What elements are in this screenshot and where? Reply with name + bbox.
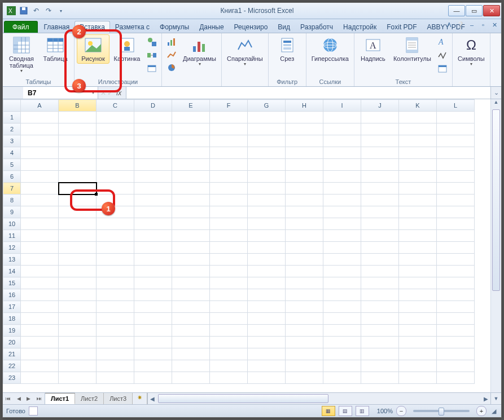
cell[interactable]: [59, 289, 97, 301]
screenshot-button[interactable]: [146, 63, 158, 75]
cell[interactable]: [286, 266, 323, 277]
row-header[interactable]: 3: [3, 135, 21, 147]
cell[interactable]: [248, 159, 286, 171]
cell[interactable]: [437, 277, 475, 289]
cell[interactable]: [59, 171, 97, 183]
new-sheet-button[interactable]: ✷: [133, 393, 147, 404]
cell[interactable]: [399, 360, 437, 372]
cell[interactable]: [59, 337, 97, 348]
cell[interactable]: [361, 112, 399, 123]
file-tab[interactable]: Файл: [4, 21, 38, 33]
scroll-right-icon[interactable]: ▶: [481, 396, 490, 402]
zoom-in-button[interactable]: +: [476, 406, 487, 416]
column-header[interactable]: B: [59, 100, 97, 112]
cell[interactable]: [172, 159, 210, 171]
cell[interactable]: [361, 254, 399, 266]
cell[interactable]: [172, 242, 210, 254]
row-header[interactable]: 16: [3, 289, 21, 301]
cell[interactable]: [97, 289, 134, 301]
cell[interactable]: [59, 277, 97, 289]
cell[interactable]: [210, 289, 248, 301]
cell[interactable]: [172, 194, 210, 206]
cell[interactable]: [286, 135, 323, 147]
cell[interactable]: [248, 360, 286, 372]
cell[interactable]: [437, 372, 475, 384]
cell[interactable]: [134, 254, 172, 266]
charts-button[interactable]: Диаграммы ▾: [180, 34, 219, 68]
cell[interactable]: [134, 348, 172, 360]
cell[interactable]: [134, 230, 172, 242]
cell[interactable]: [210, 147, 248, 159]
page-layout-view-button[interactable]: ▤: [339, 406, 352, 416]
cell[interactable]: [210, 277, 248, 289]
cell[interactable]: [399, 171, 437, 183]
cell[interactable]: [323, 277, 361, 289]
cell[interactable]: [21, 230, 59, 242]
row-header[interactable]: 21: [3, 348, 21, 360]
cell[interactable]: [134, 206, 172, 218]
row-header[interactable]: 18: [3, 313, 21, 325]
object-button[interactable]: [436, 63, 449, 75]
prev-sheet-icon[interactable]: ◀: [17, 396, 21, 401]
shapes-button[interactable]: [146, 36, 158, 48]
cell[interactable]: [97, 337, 134, 348]
cell[interactable]: [437, 218, 475, 230]
cell[interactable]: [286, 171, 323, 183]
cell[interactable]: [323, 159, 361, 171]
cell[interactable]: [361, 183, 399, 194]
cell[interactable]: [323, 254, 361, 266]
cell[interactable]: [437, 183, 475, 194]
cell[interactable]: [323, 230, 361, 242]
cell[interactable]: [59, 159, 97, 171]
cell[interactable]: [323, 348, 361, 360]
cell[interactable]: [21, 183, 59, 194]
cell[interactable]: [59, 112, 97, 123]
sparklines-button[interactable]: Спарклайны ▾: [224, 34, 266, 68]
row-header[interactable]: 20: [3, 337, 21, 348]
cell[interactable]: [437, 313, 475, 325]
cell[interactable]: [210, 123, 248, 135]
qat-redo-icon[interactable]: ↷: [43, 6, 54, 16]
cell[interactable]: [21, 242, 59, 254]
cell[interactable]: [399, 348, 437, 360]
cell[interactable]: [437, 147, 475, 159]
cell[interactable]: [172, 183, 210, 194]
cell[interactable]: [399, 218, 437, 230]
formula-input[interactable]: [126, 87, 490, 99]
cell[interactable]: [21, 194, 59, 206]
expand-formula-bar[interactable]: ⌄: [490, 87, 501, 99]
symbols-button[interactable]: Ω Символы ▾: [455, 34, 488, 68]
cell[interactable]: [399, 325, 437, 337]
close-button[interactable]: ✕: [483, 5, 500, 16]
cell[interactable]: [248, 254, 286, 266]
zoom-slider[interactable]: [413, 410, 470, 412]
row-header[interactable]: 10: [3, 218, 21, 230]
cancel-icon[interactable]: ✕: [100, 89, 106, 97]
cell[interactable]: [134, 112, 172, 123]
cell[interactable]: [21, 360, 59, 372]
cell[interactable]: [134, 313, 172, 325]
cell[interactable]: [323, 135, 361, 147]
cell[interactable]: [437, 206, 475, 218]
cell[interactable]: [59, 123, 97, 135]
minimize-ribbon-icon[interactable]: ᐱ: [445, 20, 454, 29]
cell[interactable]: [437, 123, 475, 135]
cell[interactable]: [361, 218, 399, 230]
cell[interactable]: [172, 289, 210, 301]
cell[interactable]: [134, 171, 172, 183]
cell[interactable]: [21, 372, 59, 384]
cell[interactable]: [97, 360, 134, 372]
cell[interactable]: [134, 372, 172, 384]
cell[interactable]: [21, 266, 59, 277]
cell[interactable]: [361, 348, 399, 360]
cell[interactable]: [361, 230, 399, 242]
row-header[interactable]: 1: [3, 112, 21, 123]
sheet-tab-1[interactable]: Лист1: [45, 393, 75, 404]
cell[interactable]: [172, 301, 210, 313]
cell[interactable]: [59, 242, 97, 254]
cell[interactable]: [134, 159, 172, 171]
cell[interactable]: [286, 123, 323, 135]
cell[interactable]: [361, 242, 399, 254]
cell[interactable]: [286, 147, 323, 159]
zoom-level[interactable]: 100%: [377, 408, 393, 414]
